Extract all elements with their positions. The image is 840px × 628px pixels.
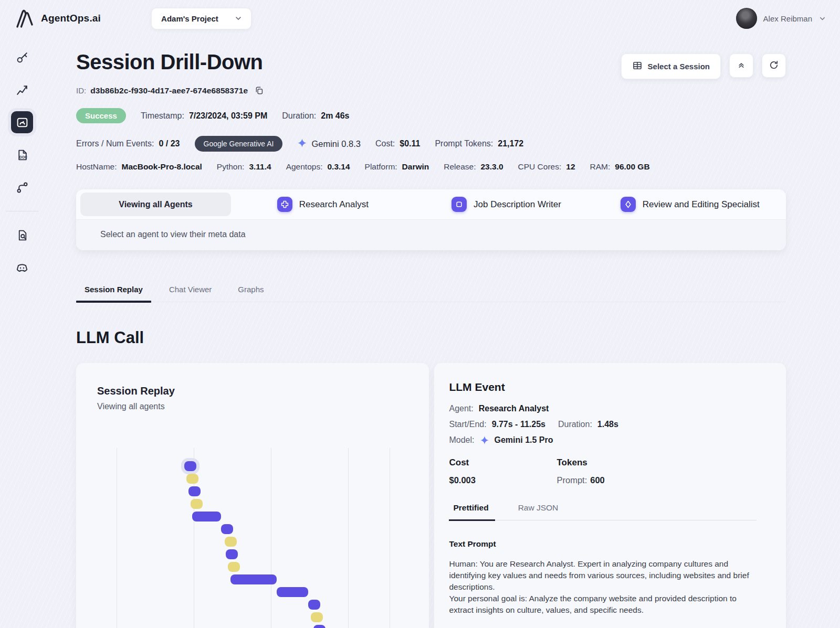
release-field: Release: 23.3.0 [444, 162, 503, 172]
collapse-button[interactable] [729, 54, 753, 78]
meta-row-2: Errors / Num Events: 0 / 23 Google Gener… [76, 136, 786, 152]
select-session-label: Select a Session [648, 62, 710, 71]
chevrons-up-icon [737, 60, 746, 71]
replay-card-subtitle: Viewing all agents [97, 402, 165, 411]
agent-tab-job-description-writer[interactable]: Job Description Writer [415, 197, 598, 212]
page-title: Session Drill-Down [76, 50, 263, 74]
llm-event-title: LLM Event [449, 381, 757, 393]
tab-session-replay[interactable]: Session Replay [85, 285, 143, 302]
header-actions: Select a Session [621, 54, 786, 79]
model-field: Gemini 0.8.3 [297, 138, 361, 150]
errors-field: Errors / Num Events: 0 / 23 [76, 139, 180, 148]
session-drilldown-icon[interactable] [11, 111, 33, 133]
workflow-icon[interactable] [11, 176, 33, 198]
replay-event-bar[interactable] [225, 537, 237, 547]
event-model-row: Model: Gemini 1.5 Pro [449, 435, 757, 445]
replay-event-bar[interactable] [230, 574, 277, 584]
avatar[interactable] [736, 8, 757, 29]
tab-chat-viewer[interactable]: Chat Viewer [169, 285, 212, 302]
agent-tab-review-editing-specialist[interactable]: Review and Editing Specialist [598, 197, 782, 212]
brand: AgentOps.ai [14, 7, 101, 29]
provider-badge: Google Generative AI [195, 136, 283, 152]
session-id-row: ID: d3b86b2c-f930-4d17-aee7-674e6858371e [76, 86, 786, 95]
main-content: Session Drill-Down Select a Session [76, 37, 786, 628]
chart-gridline [348, 448, 349, 628]
replay-event-bar[interactable] [313, 625, 326, 628]
gemini-star-icon [297, 138, 307, 150]
agentops-version-field: Agentops: 0.3.14 [286, 162, 350, 172]
copy-icon[interactable] [254, 86, 264, 95]
sidebar-divider [6, 211, 38, 211]
replay-card-title: Session Replay [97, 385, 175, 397]
refresh-icon [769, 60, 779, 72]
model-value: Gemini 0.8.3 [311, 139, 361, 149]
discord-icon[interactable] [11, 257, 33, 279]
svg-text:DOC: DOC [19, 155, 27, 159]
chart-gridline [117, 448, 117, 628]
gemini-star-icon [480, 435, 489, 445]
user-name: Alex Reibman [763, 14, 812, 23]
agents-tabs: Viewing all Agents Research Analyst [76, 189, 786, 219]
project-selector-label: Adam's Project [161, 14, 218, 23]
user-menu[interactable]: Alex Reibman [736, 8, 826, 29]
view-tabs: Session Replay Chat Viewer Graphs [76, 285, 786, 302]
section-title: LLM Call [76, 328, 786, 347]
agentops-app: AgentOps.ai Adam's Project Alex Reibman [0, 0, 840, 628]
docs-icon[interactable]: DOC [11, 144, 33, 166]
key-icon[interactable] [11, 46, 33, 68]
meta-row-1: Success Timestamp: 7/23/2024, 03:59 PM D… [76, 108, 786, 123]
ram-field: RAM: 96.00 GB [590, 162, 650, 172]
brand-name: AgentOps.ai [41, 13, 101, 24]
replay-event-bar[interactable] [188, 486, 201, 496]
agent-tab-research-analyst[interactable]: Research Analyst [231, 197, 415, 212]
file-search-icon[interactable] [11, 224, 33, 246]
replay-event-bar[interactable] [221, 524, 233, 534]
diamond-agent-icon [621, 197, 636, 212]
replay-event-bar[interactable] [308, 600, 320, 610]
replay-event-bar[interactable] [226, 549, 238, 559]
timestamp-field: Timestamp: 7/23/2024, 03:59 PM [141, 111, 267, 121]
status-badge: Success [76, 108, 126, 123]
replay-event-bar[interactable] [186, 474, 198, 484]
tab-prettified[interactable]: Prettified [453, 503, 488, 520]
duration-field: Duration: 2m 46s [282, 111, 349, 121]
session-id-label: ID: [76, 86, 86, 95]
square-agent-icon [452, 197, 467, 212]
analytics-icon[interactable] [11, 79, 33, 101]
prompt-tokens-field: Prompt Tokens: 21,172 [435, 139, 523, 148]
replay-event-bar[interactable] [311, 612, 323, 622]
agents-bar: Viewing all Agents Research Analyst [76, 189, 786, 250]
tab-graphs[interactable]: Graphs [238, 285, 264, 302]
agentops-logo-icon [14, 7, 36, 29]
cost-field: Cost: $0.11 [375, 139, 421, 148]
llm-event-card: LLM Event Agent: Research Analyst Start/… [434, 363, 786, 628]
refresh-button[interactable] [762, 54, 786, 78]
agent-tab-all-agents[interactable]: Viewing all Agents [80, 193, 231, 216]
text-prompt-title: Text Prompt [449, 539, 757, 549]
chart-gridline [390, 448, 390, 628]
platform-field: Platform: Darwin [365, 162, 429, 172]
python-field: Python: 3.11.4 [217, 162, 271, 172]
replay-event-bar[interactable] [228, 562, 240, 572]
select-session-button[interactable]: Select a Session [621, 54, 721, 79]
hostname-field: HostName: MacBook-Pro-8.local [76, 162, 202, 172]
chevron-down-icon [234, 14, 243, 23]
cost-value: $0.003 [449, 475, 556, 485]
tab-raw-json[interactable]: Raw JSON [518, 503, 559, 520]
session-replay-chart [97, 446, 402, 628]
meta-row-3: HostName: MacBook-Pro-8.local Python: 3.… [76, 162, 786, 172]
sidebar: DOC [0, 46, 44, 279]
replay-event-bar[interactable] [184, 461, 196, 471]
replay-event-bar[interactable] [277, 587, 308, 597]
agents-hint: Select an agent to view their meta data [76, 219, 786, 250]
cost-header: Cost [449, 457, 556, 468]
chart-gridline [271, 448, 271, 628]
cross-agent-icon [277, 197, 292, 212]
session-id-value: d3b86b2c-f930-4d17-aee7-674e6858371e [90, 86, 248, 95]
replay-event-bar[interactable] [192, 512, 221, 521]
chevron-down-icon [818, 15, 826, 23]
project-selector[interactable]: Adam's Project [151, 8, 251, 29]
replay-event-bar[interactable] [191, 499, 203, 509]
event-agent-row: Agent: Research Analyst [449, 404, 757, 413]
text-prompt-body: Human: You are Research Analyst. Expert … [449, 558, 757, 616]
